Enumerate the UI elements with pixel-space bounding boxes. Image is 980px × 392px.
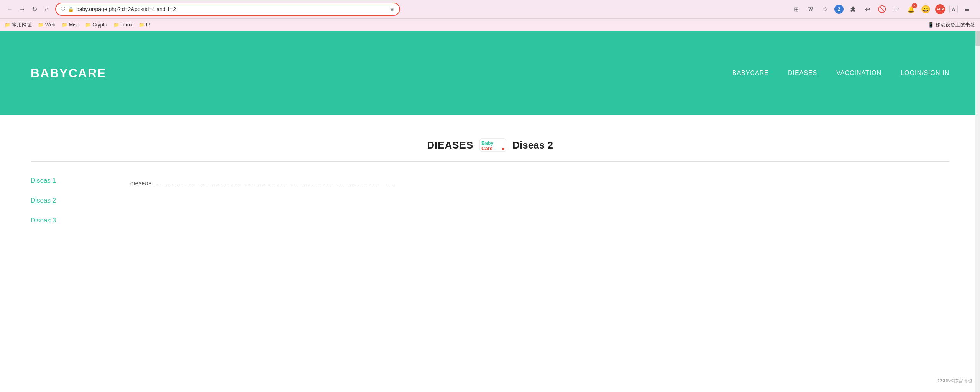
forward-button[interactable]: →	[17, 4, 28, 15]
content-text: dieseas.. ........... ..................…	[130, 178, 949, 188]
folder-icon: 📁	[139, 22, 144, 28]
browser-toolbar: ← → ↻ ⌂ 🛡 🔒 baby.or/page.php?id=2&postid…	[0, 0, 980, 18]
bookmark-web[interactable]: 📁 Web	[38, 22, 56, 28]
favorite-icon[interactable]: ☆	[820, 4, 831, 15]
notification-badge: 6	[912, 3, 917, 8]
translate-icon[interactable]	[805, 4, 816, 15]
svg-text:Care: Care	[481, 145, 492, 151]
sidebar-link-diseas1[interactable]: Diseas 1	[31, 177, 115, 185]
sidebar-link-diseas2[interactable]: Diseas 2	[31, 197, 115, 204]
babycare-logo-svg: Baby Care	[479, 138, 506, 152]
menu-icon[interactable]: ≡	[962, 4, 972, 15]
bookmark-misc[interactable]: 📁 Misc	[62, 22, 79, 28]
address-input[interactable]: baby.or/page.php?id=2&postid=4 and 1=2	[76, 6, 390, 12]
sidebar-link-diseas3[interactable]: Diseas 3	[31, 217, 115, 224]
toolbar-icons: ⊞ ☆ 2 ↩ 🚫 IP 🔔 6 😀 ABP	[791, 4, 975, 15]
address-bar-container[interactable]: 🛡 🔒 baby.or/page.php?id=2&postid=4 and 1…	[55, 3, 400, 16]
main-content: DIEASES Baby Care Diseas 2	[0, 115, 980, 252]
bookmark-linux[interactable]: 📁 Linux	[113, 22, 133, 28]
block-icon[interactable]: 🚫	[877, 4, 887, 15]
mobile-bookmarks-link[interactable]: 📱 移动设备上的书签	[928, 21, 975, 28]
nav-login[interactable]: LOGIN/SIGN IN	[901, 70, 949, 77]
mobile-icon: 📱	[928, 22, 934, 28]
scrollbar-track[interactable]	[975, 31, 980, 252]
reload-button[interactable]: ↻	[29, 4, 40, 15]
back-button[interactable]: ←	[5, 4, 15, 15]
nav-babycare[interactable]: BABYCARE	[732, 70, 769, 77]
scrollbar-thumb[interactable]	[975, 31, 980, 46]
breadcrumb-current: Diseas 2	[512, 139, 553, 151]
content-area: dieseas.. ........... ..................…	[130, 177, 949, 237]
badge2-icon[interactable]: 2	[834, 5, 844, 14]
browser-chrome: ← → ↻ ⌂ 🛡 🔒 baby.or/page.php?id=2&postid…	[0, 0, 980, 31]
breadcrumb-logo: Baby Care	[479, 138, 506, 152]
nav-dieases[interactable]: DIEASES	[788, 70, 817, 77]
site-header: BABYCARE BABYCARE DIEASES VACCINATION LO…	[0, 31, 980, 115]
home-button[interactable]: ⌂	[41, 4, 52, 15]
nav-vaccination[interactable]: VACCINATION	[836, 70, 882, 77]
bookmarks-bar: 📁 常用网址 📁 Web 📁 Misc 📁 Crypto 📁 Linux 📁 I…	[0, 18, 980, 31]
shield-icon: 🛡	[61, 7, 66, 12]
bookmark-crypto[interactable]: 📁 Crypto	[85, 22, 107, 28]
svg-point-3	[502, 148, 504, 150]
folder-icon: 📁	[38, 22, 44, 28]
emoji-icon[interactable]: 😀	[920, 4, 931, 15]
site-logo: BABYCARE	[31, 66, 106, 80]
nav-buttons: ← → ↻ ⌂	[5, 4, 52, 15]
breadcrumb-title: DIEASES	[427, 139, 473, 151]
folder-icon: 📁	[62, 22, 67, 28]
bookmark-changeyongwangzhi[interactable]: 📁 常用网址	[5, 21, 32, 28]
folder-icon: 📁	[5, 22, 10, 28]
svg-text:Baby: Baby	[481, 140, 494, 146]
folder-icon: 📁	[113, 22, 119, 28]
extension-icon[interactable]	[847, 4, 858, 15]
back2-icon[interactable]: ↩	[862, 4, 873, 15]
ip-text-icon[interactable]: IP	[891, 4, 902, 15]
folder-icon: 📁	[85, 22, 91, 28]
site-nav: BABYCARE DIEASES VACCINATION LOGIN/SIGN …	[732, 70, 949, 77]
lock-icon: 🔒	[68, 7, 74, 12]
abp-icon[interactable]: ABP	[935, 4, 946, 15]
breadcrumb: DIEASES Baby Care Diseas 2	[31, 138, 949, 152]
bookmark-ip[interactable]: 📁 IP	[139, 22, 151, 28]
sidebar: Diseas 1 Diseas 2 Diseas 3	[31, 177, 115, 237]
notification-icon[interactable]: 🔔 6	[906, 4, 916, 15]
translate3-icon[interactable]: A	[949, 5, 958, 13]
website-content: BABYCARE BABYCARE DIEASES VACCINATION LO…	[0, 31, 980, 252]
content-layout: Diseas 1 Diseas 2 Diseas 3 dieseas.. ...…	[31, 177, 949, 237]
grid-icon[interactable]: ⊞	[791, 4, 801, 15]
star-icon[interactable]: ★	[390, 6, 395, 12]
content-divider	[31, 161, 949, 162]
